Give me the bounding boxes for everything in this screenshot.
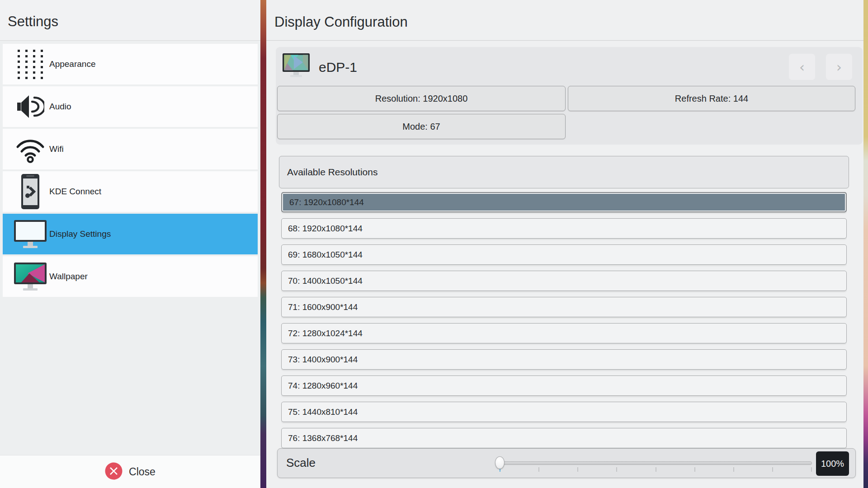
wallpaper-strip-right — [863, 0, 868, 488]
resolution-item[interactable]: 71: 1600x900*144 — [281, 297, 847, 317]
display-configuration-panel: Display Configuration eDP-1 ‹ › Resoluti… — [266, 0, 863, 488]
sidebar-item-appearance[interactable]: Appearance — [3, 44, 258, 84]
resolution-item[interactable]: 74: 1280x960*144 — [281, 375, 847, 396]
sidebar-item-label: Audio — [49, 102, 71, 112]
resolution-item[interactable]: 67: 868x488*144 — [281, 192, 847, 212]
resolution-item[interactable]: 73: 1400x900*144 — [281, 349, 847, 370]
scale-value-badge: 100% — [816, 451, 849, 476]
output-card: eDP-1 ‹ › Resolution: 868x488 Refresh … — [276, 47, 863, 145]
sidebar-item-label: Appearance — [49, 59, 95, 69]
sidebar-item-wifi[interactable]: Wifi — [3, 129, 258, 169]
sidebar-item-label: KDE Connect — [49, 187, 101, 197]
resolution-item[interactable]: 69: 1680x1050*144 — [281, 244, 847, 265]
grid-icon — [12, 49, 49, 79]
page-title: Display Configuration — [274, 14, 408, 30]
next-output-button[interactable]: › — [826, 54, 852, 80]
close-button[interactable]: Close — [105, 462, 156, 482]
close-label: Close — [129, 466, 156, 478]
output-name: eDP-1 — [319, 60, 357, 75]
phone-icon — [12, 174, 49, 210]
previous-output-button[interactable]: ‹ — [789, 54, 815, 80]
monitor-icon — [12, 220, 49, 248]
refresh-rate-button[interactable]: Refresh Rate: 144 — [568, 86, 855, 111]
resolution-item[interactable]: 70: 1400x1050*144 — [281, 271, 847, 291]
monitor-preview-icon — [283, 53, 310, 80]
resolution-item[interactable]: 75: 1440x810*144 — [281, 402, 847, 422]
mode-button[interactable]: Mode: 67 — [277, 114, 566, 139]
scale-slider-ticks — [500, 467, 812, 472]
resolution-item[interactable]: 68: 868x488*144 — [281, 218, 847, 239]
sidebar-item-kde-connect[interactable]: KDE Connect — [3, 171, 258, 212]
sidebar-item-label: Wifi — [49, 144, 64, 154]
sidebar-header: Settings — [0, 0, 260, 41]
resolution-item[interactable]: 72: 1280x1024*144 — [281, 323, 847, 343]
wallpaper-monitor-icon — [12, 263, 49, 291]
main-header: Display Configuration — [266, 0, 863, 41]
resolution-list: 67: 868x488*144 68: 868x488*144 69: … — [281, 192, 847, 448]
wallpaper-strip-left — [260, 0, 266, 488]
settings-sidebar: Settings Appearance — [0, 0, 260, 488]
sidebar-title: Settings — [8, 14, 58, 30]
resolution-item[interactable]: 76: 1368x768*144 — [281, 428, 847, 448]
sidebar-footer: Close — [0, 455, 260, 488]
sidebar-item-display-settings[interactable]: Display Settings — [3, 214, 258, 254]
available-resolutions-header: Available Resolutions — [279, 156, 849, 188]
resolution-button[interactable]: Resolution: 868x488 — [277, 86, 566, 111]
sidebar-item-label: Wallpaper — [49, 272, 88, 282]
scale-slider-handle[interactable] — [495, 456, 505, 469]
speaker-icon — [12, 94, 49, 120]
wifi-icon — [12, 135, 49, 163]
scale-slider-track[interactable] — [499, 461, 812, 465]
sidebar-item-wallpaper[interactable]: Wallpaper — [3, 256, 258, 297]
scale-label: Scale — [286, 456, 316, 470]
sidebar-list: Appearance Audio — [0, 44, 260, 299]
chevron-right-icon: › — [836, 59, 842, 75]
sidebar-item-label: Display Settings — [49, 229, 111, 239]
close-x-icon — [105, 462, 123, 482]
chevron-left-icon: ‹ — [799, 59, 805, 75]
sidebar-item-audio[interactable]: Audio — [3, 86, 258, 127]
scale-card: Scale 100% — [277, 448, 856, 478]
